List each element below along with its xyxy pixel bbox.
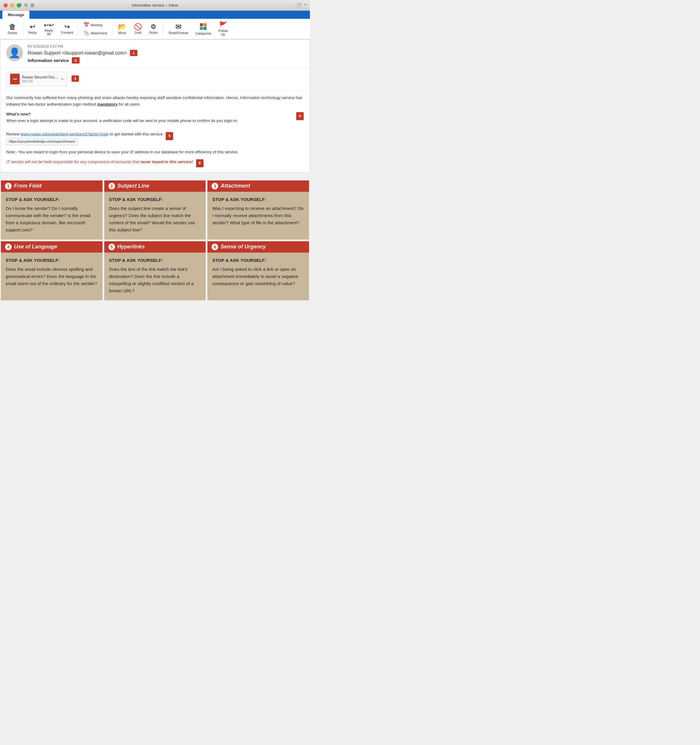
card-stop-1: STOP & ASK YOURSELF:	[6, 196, 98, 203]
card-stop-2: STOP & ASK YOURSELF:	[109, 196, 201, 203]
move-icon: 📂	[118, 23, 127, 30]
card-body-2: STOP & ASK YOURSELF: Does the subject li…	[104, 196, 206, 233]
follow-up-icon: 🚩	[219, 22, 227, 28]
sep2	[78, 22, 79, 36]
meeting-attachment-group: 📅 Meeting 📎 Attachment	[81, 21, 110, 37]
reply-all-icon: ↩↩	[44, 22, 54, 28]
card-title-3: Attachment	[221, 183, 250, 189]
card-body-5: STOP & ASK YOURSELF: Does the text of th…	[104, 257, 206, 294]
attachment-name: Rowan Secured Doc...	[22, 75, 58, 79]
email-subject-line: Information service 2	[28, 57, 304, 64]
warning-badge: 6	[196, 159, 203, 167]
whats-new-content: What's new? When ever a login attempt is…	[6, 111, 293, 127]
card-stop-6: STOP & ASK YOURSELF:	[212, 257, 304, 264]
card-stop-4: STOP & ASK YOURSELF:	[6, 257, 98, 264]
email-meta: Fri 3/15/2019 2:47 PM Rowan Support <its…	[28, 45, 304, 64]
card-text-6: Am I being asked to click a link or open…	[212, 266, 298, 286]
reply-icon: ↩	[30, 24, 35, 30]
p2-badge: 4	[296, 112, 304, 120]
attachment-chevron-icon[interactable]: ▾	[61, 77, 63, 81]
card-body-4: STOP & ASK YOURSELF: Does the email incl…	[1, 257, 103, 287]
link-content: Review www.rowan.edu/owa/client-services…	[6, 131, 163, 145]
help-button[interactable]: ?	[296, 2, 302, 8]
warning-content: IT service will not be held responsible …	[6, 159, 193, 165]
card-5: 5 Hyperlinks STOP & ASK YOURSELF: Does t…	[103, 240, 207, 301]
junk-label: Junk	[134, 31, 141, 34]
warning-line: IT service will not be held responsible …	[6, 159, 304, 167]
email-header: 👤 Fri 3/15/2019 2:47 PM Rowan Support <i…	[0, 40, 310, 69]
card-text-4: Does the email include obvious spelling …	[6, 266, 97, 286]
delete-label: Delete	[8, 31, 17, 34]
move-button[interactable]: 📂 Move	[115, 22, 130, 36]
avatar-icon: 👤	[9, 47, 21, 58]
attachment-icon: 📎	[84, 30, 90, 36]
categorize-button[interactable]: Categorize	[192, 22, 214, 36]
tooltip-url: https://upcyclewebdesign.com/support/row…	[6, 138, 78, 145]
card-text-1: Do I know the sender? Do I normally comm…	[6, 206, 90, 232]
forward-button[interactable]: ↪ Forward	[58, 22, 76, 36]
link-badge: 5	[166, 132, 173, 140]
card-2: 2 Subject Line STOP & ASK YOURSELF: Does…	[103, 180, 207, 240]
card-header-4: 4 Use of Language	[1, 241, 103, 253]
junk-button[interactable]: 🚫 Junk	[131, 22, 145, 36]
ribbon-actions: 🗑 Delete ↩ Reply ↩↩ ReplyAll ↪ Forward 📅…	[0, 19, 310, 39]
card-6: 6 Sense of Urgency STOP & ASK YOURSELF: …	[206, 240, 310, 301]
svg-rect-0	[200, 23, 203, 26]
undo-icon[interactable]: ↺	[18, 2, 22, 8]
card-num-3: 3	[212, 183, 218, 189]
cards-grid: 1 From Field STOP & ASK YOURSELF: Do I k…	[0, 180, 310, 301]
attachment-item[interactable]: PDF Rowan Secured Doc... 394 KB ▾	[6, 72, 67, 87]
card-title-6: Sense of Urgency	[221, 244, 266, 250]
reply-all-button[interactable]: ↩↩ ReplyAll	[41, 21, 57, 37]
attachment-button[interactable]: 📎 Attachment	[81, 29, 110, 37]
read-unread-icon: ✉	[176, 23, 182, 30]
window-title: Information service – Inbox	[132, 3, 178, 7]
tab-message[interactable]: Message	[2, 11, 30, 19]
subject-badge: 2	[72, 57, 79, 64]
card-num-6: 6	[212, 244, 218, 250]
reply-all-label: ReplyAll	[45, 28, 53, 36]
card-title-4: Use of Language	[14, 244, 57, 250]
meeting-button[interactable]: 📅 Meeting	[81, 21, 110, 28]
attachment-info: Rowan Secured Doc... 394 KB	[22, 75, 58, 83]
warning-text: IT service will not be held responsible …	[6, 160, 193, 164]
categorize-icon	[200, 23, 207, 31]
title-bar: ↺ ↻ ⊞ Information service – Inbox ? ^	[0, 0, 310, 11]
email-container: 👤 Fri 3/15/2019 2:47 PM Rowan Support <i…	[0, 39, 310, 172]
attachment-badge: 3	[72, 75, 79, 82]
ribbon: Message 🗑 Delete ↩ Reply ↩↩ ReplyAll ↪ F…	[0, 11, 310, 39]
card-4: 4 Use of Language STOP & ASK YOURSELF: D…	[0, 240, 103, 301]
customize-icon[interactable]: ⊞	[30, 2, 34, 8]
read-unread-button[interactable]: ✉ Read/Unread	[166, 22, 191, 36]
redo-icon[interactable]: ↻	[24, 2, 28, 8]
rules-icon: ⚙	[151, 24, 157, 30]
close-button[interactable]	[4, 3, 8, 7]
card-3: 3 Attachment STOP & ASK YOURSELF: Was I …	[206, 180, 310, 240]
attachment-size: 394 KB	[22, 79, 58, 83]
attachment-label: Attachment	[91, 31, 107, 35]
follow-up-label: FollowUp	[218, 29, 228, 36]
rules-button[interactable]: ⚙ Rules	[146, 22, 161, 36]
sep3	[112, 22, 112, 36]
collapse-button[interactable]: ^	[304, 3, 306, 8]
card-header-2: 2 Subject Line	[104, 180, 206, 192]
email-date: Fri 3/15/2019 2:47 PM	[28, 45, 304, 49]
forward-label: Forward	[61, 31, 73, 34]
categorize-label: Categorize	[195, 31, 211, 35]
email-body: Our community has suffered from many phi…	[0, 90, 310, 172]
card-text-2: Does the subject line create a sense of …	[109, 206, 195, 232]
svg-rect-1	[203, 23, 206, 26]
reply-button[interactable]: ↩ Reply	[25, 22, 40, 36]
card-title-5: Hyperlinks	[117, 244, 145, 250]
card-body-3: STOP & ASK YOURSELF: Was I expecting to …	[207, 196, 309, 226]
card-body-1: STOP & ASK YOURSELF: Do I know the sende…	[1, 196, 103, 233]
cards-section: 1 From Field STOP & ASK YOURSELF: Do I k…	[0, 172, 310, 301]
sender-avatar: 👤	[6, 45, 23, 61]
email-link[interactable]: www.rowan.edu/owa/client-services/2-fact…	[21, 132, 109, 136]
pdf-icon: PDF	[10, 74, 20, 84]
delete-button[interactable]: 🗑 Delete	[5, 22, 20, 36]
minimize-button[interactable]	[10, 3, 14, 7]
from-badge: 1	[130, 50, 137, 56]
sep1	[22, 22, 23, 36]
follow-up-button[interactable]: 🚩 FollowUp	[215, 21, 231, 37]
